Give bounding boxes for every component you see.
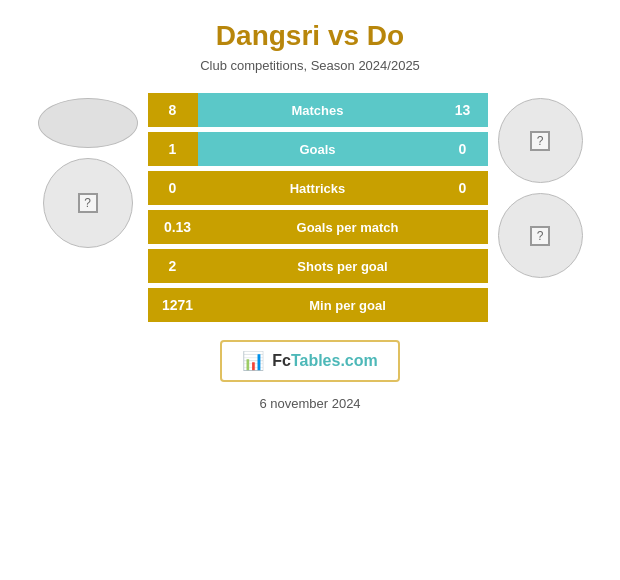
right-avatars: ? ? (498, 98, 583, 278)
stat-left-goals: 1 (148, 132, 198, 166)
stat-label-shots-per-goal: Shots per goal (198, 249, 488, 283)
stats-table: 8 Matches 13 1 Goals 0 0 Hattricks 0 0.1… (148, 93, 488, 322)
stat-label-matches: Matches (198, 93, 438, 127)
right-team-avatar-bottom: ? (498, 193, 583, 278)
right-avatar-bottom-placeholder: ? (530, 226, 550, 246)
stat-left-hattricks: 0 (148, 171, 198, 205)
page-title: Dangsri vs Do (216, 20, 404, 52)
stat-right-matches: 13 (438, 93, 488, 127)
right-team-avatar-top: ? (498, 98, 583, 183)
stat-label-hattricks: Hattricks (198, 171, 438, 205)
brand-name: FcTables.com (272, 352, 378, 370)
main-area: ? 8 Matches 13 1 Goals 0 0 Hattricks 0 (10, 93, 610, 322)
stat-row-goals-per-match: 0.13 Goals per match (148, 210, 488, 244)
stat-right-hattricks: 0 (438, 171, 488, 205)
brand-box: 📊 FcTables.com (220, 340, 400, 382)
stat-left-matches: 8 (148, 93, 198, 127)
stat-left-shots-per-goal: 2 (148, 249, 198, 283)
stat-row-hattricks: 0 Hattricks 0 (148, 171, 488, 205)
stat-label-goals-per-match: Goals per match (208, 210, 488, 244)
stat-left-min-per-goal: 1271 (148, 288, 208, 322)
page-subtitle: Club competitions, Season 2024/2025 (200, 58, 420, 73)
stat-row-min-per-goal: 1271 Min per goal (148, 288, 488, 322)
stat-row-goals: 1 Goals 0 (148, 132, 488, 166)
page: Dangsri vs Do Club competitions, Season … (0, 0, 620, 580)
stat-left-goals-per-match: 0.13 (148, 210, 208, 244)
left-team-logo-oval (38, 98, 138, 148)
left-avatar-placeholder: ? (78, 193, 98, 213)
stat-right-goals: 0 (438, 132, 488, 166)
stat-label-goals: Goals (198, 132, 438, 166)
stat-row-shots-per-goal: 2 Shots per goal (148, 249, 488, 283)
left-avatars: ? (38, 98, 138, 248)
stat-row-matches: 8 Matches 13 (148, 93, 488, 127)
brand-icon: 📊 (242, 350, 264, 372)
right-avatar-top-placeholder: ? (530, 131, 550, 151)
stat-label-min-per-goal: Min per goal (208, 288, 488, 322)
left-team-avatar: ? (43, 158, 133, 248)
date-label: 6 november 2024 (259, 396, 360, 411)
